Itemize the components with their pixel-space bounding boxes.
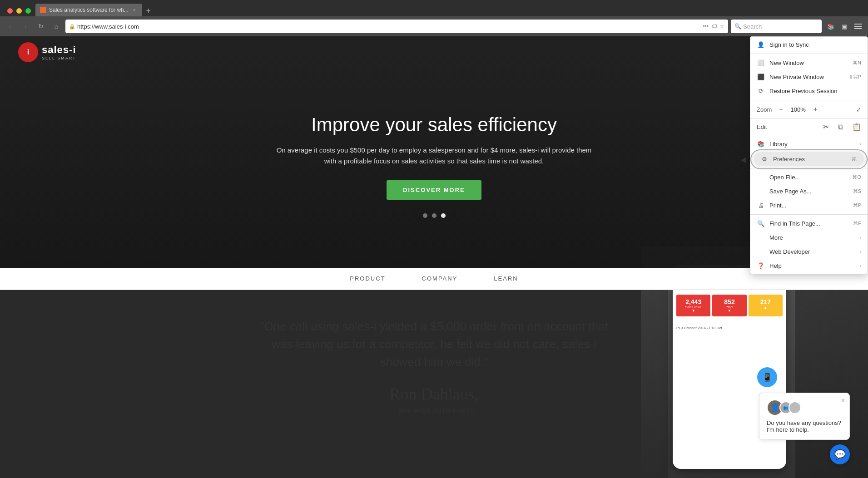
tab-product[interactable]: PRODUCT (350, 275, 385, 289)
chat-message: Do you have any questions? I'm here to h… (767, 419, 842, 433)
help-arrow-icon: › (860, 263, 861, 268)
chat-popup: × 👤 👥 Do you have any questions? I'm her… (759, 393, 850, 440)
chat-avatars: 👤 👥 (767, 399, 842, 416)
tab-bar: Sales analytics software for wh... × + (0, 0, 868, 16)
hero-section: Improve your sales efficiency On average… (0, 36, 868, 268)
close-window-button[interactable] (7, 8, 13, 14)
save-page-label: Save Page As... (769, 188, 848, 195)
carousel-dot-2[interactable] (432, 213, 436, 218)
tab-company[interactable]: COMPANY (422, 275, 458, 289)
find-in-page-shortcut: ⌘F (853, 221, 861, 227)
website-content: ▶ Year to Date highlights P10 October 20… (0, 36, 868, 478)
new-tab-button[interactable]: + (143, 5, 154, 16)
site-nav-tabs: PRODUCT COMPANY LEARN (0, 268, 868, 290)
browser-tab-active[interactable]: Sales analytics software for wh... × (35, 4, 142, 16)
forward-button[interactable]: › (19, 20, 32, 33)
zoom-label: Zoom (757, 106, 772, 113)
library-icon[interactable]: 📚 (824, 20, 837, 33)
menu-item-more[interactable]: More › (750, 231, 868, 245)
site-main-content: "One call using sales-i yielded a $5,000… (0, 291, 868, 441)
zoom-value: 100% (790, 106, 806, 113)
menu-item-sign-in-sync[interactable]: 👤 Sign in to Sync (750, 37, 868, 52)
search-bar[interactable]: 🔍 Search (731, 20, 822, 33)
menu-item-help[interactable]: ❓ Help › (750, 259, 868, 274)
new-private-window-shortcut: ⇧⌘P (849, 74, 861, 80)
cut-button[interactable]: ✂ (823, 123, 829, 131)
menu-item-preferences[interactable]: ◀ ⚙ Preferences ⌘, (754, 152, 864, 166)
company-name: - BUY WISE AUTO PARTS (394, 407, 474, 414)
menu-item-new-window[interactable]: ⬜ New Window ⌘N (750, 56, 868, 70)
menu-zoom-row: Zoom − 100% + ⤢ (750, 102, 868, 117)
open-file-shortcut: ⌘O (852, 174, 861, 180)
menu-separator-5 (750, 168, 868, 168)
menu-item-print[interactable]: 🖨 Print... ⌘P (750, 198, 868, 212)
site-header: i sales-i SELL SMART LOGIN FREE ONLINE D… (0, 36, 868, 68)
maximize-window-button[interactable] (25, 8, 31, 14)
tab-favicon (40, 7, 46, 13)
logo-tagline: SELL SMART (42, 56, 76, 60)
new-window-shortcut: ⌘N (853, 60, 861, 66)
chat-open-button[interactable]: 💬 (830, 444, 850, 464)
carousel-dot-3[interactable] (441, 213, 446, 218)
preferences-label: Preferences (773, 156, 847, 163)
paste-button[interactable]: 📋 (852, 123, 861, 131)
menu-item-web-developer[interactable]: Web Developer › (750, 245, 868, 259)
private-window-icon: ⬛ (757, 74, 765, 80)
preferences-shortcut: ⌘, (851, 156, 858, 162)
menu-item-open-file[interactable]: Open File... ⌘O (750, 170, 868, 184)
hamburger-menu-button[interactable] (852, 20, 864, 33)
hero-subtitle: On average it costs you $500 per day to … (275, 145, 593, 167)
menu-separator-4 (750, 135, 868, 135)
traffic-lights (4, 5, 35, 16)
copy-button[interactable]: ⧉ (838, 123, 843, 131)
menu-item-save-page[interactable]: Save Page As... ⌘S (750, 184, 868, 198)
tab-learn[interactable]: LEARN (494, 275, 518, 289)
print-shortcut: ⌘P (853, 202, 861, 208)
web-dev-arrow-icon: › (860, 249, 861, 254)
print-label: Print... (769, 202, 848, 209)
menu-item-new-private-window[interactable]: ⬛ New Private Window ⇧⌘P (750, 70, 868, 84)
new-private-window-label: New Private Window (769, 74, 844, 80)
zoom-out-button[interactable]: − (775, 104, 786, 115)
agent-avatar-3 (789, 401, 801, 414)
search-icon: 🔍 (734, 23, 741, 30)
sidebar-icon[interactable]: ▣ (838, 20, 851, 33)
back-button[interactable]: ‹ (4, 20, 16, 33)
logo-text: sales-i SELL SMART (42, 44, 76, 60)
bookmark-icon[interactable]: ☆ (719, 23, 724, 30)
chat-close-button[interactable]: × (841, 397, 845, 404)
pocket-icon[interactable]: 🏷 (711, 23, 717, 30)
logo-name: sales-i (42, 44, 76, 56)
library-arrow-icon: › (860, 142, 861, 147)
address-bar[interactable]: 🔒 https://www.sales-i.com ••• 🏷 ☆ (65, 20, 728, 33)
discover-more-button[interactable]: DISCOVER MORE (387, 180, 481, 200)
find-icon: 🔍 (757, 220, 765, 227)
menu-item-find-in-page[interactable]: 🔍 Find in This Page... ⌘F (750, 217, 868, 231)
testimonial-attribution: Ron Dahlaus, - BUY WISE AUTO PARTS (18, 384, 850, 414)
signature: Ron Dahlaus, (390, 384, 479, 404)
address-bar-icons: ••• 🏷 ☆ (703, 23, 724, 30)
zoom-expand-button[interactable]: ⤢ (856, 106, 861, 113)
security-lock-icon: 🔒 (69, 24, 75, 30)
nav-bar: ‹ › ↻ ⌂ 🔒 https://www.sales-i.com ••• 🏷 … (0, 16, 868, 36)
toolbar-icons: 📚 ▣ (824, 20, 864, 33)
tab-close-button[interactable]: × (131, 7, 138, 13)
find-in-page-label: Find in This Page... (769, 220, 848, 227)
carousel-dot-1[interactable] (423, 213, 427, 218)
more-label: More (769, 234, 855, 241)
zoom-in-button[interactable]: + (810, 104, 821, 115)
print-icon: 🖨 (757, 202, 765, 209)
home-button[interactable]: ⌂ (50, 20, 63, 33)
testimonial-quote: "One call using sales-i yielded a $5,000… (253, 318, 616, 371)
reload-button[interactable]: ↻ (35, 20, 47, 33)
menu-separator-2 (750, 100, 868, 100)
sign-in-sync-label: Sign in to Sync (769, 41, 861, 48)
minimize-window-button[interactable] (16, 8, 22, 14)
browser-dropdown-menu: 👤 Sign in to Sync ⬜ New Window ⌘N ⬛ New … (750, 36, 868, 274)
menu-separator-1 (750, 54, 868, 54)
menu-item-library[interactable]: 📚 Library › (750, 137, 868, 151)
menu-item-restore-session[interactable]: ⟳ Restore Previous Session (750, 84, 868, 98)
library-label: Library (769, 141, 855, 148)
reader-mode-icon[interactable]: ••• (703, 23, 709, 30)
open-file-label: Open File... (769, 174, 848, 181)
